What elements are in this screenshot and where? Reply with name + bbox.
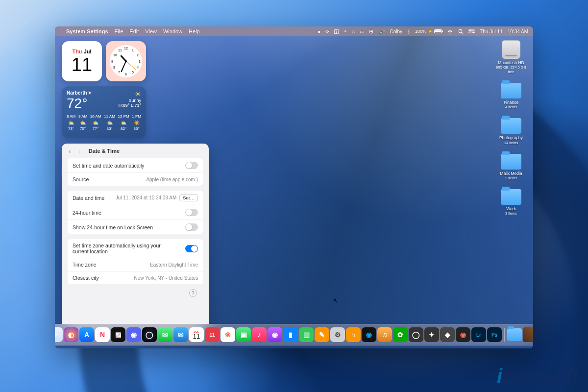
dock-app-unknown-plant[interactable]: ✿ — [393, 327, 408, 342]
dock-app-screenflow[interactable]: ◉ — [362, 327, 376, 342]
macos-desktop: System Settings File Edit View Window He… — [55, 26, 533, 348]
dock-app-lightroom[interactable]: Lr — [471, 327, 486, 342]
dock-app-photos[interactable]: ❀ — [220, 327, 235, 342]
dock-app-fantastical[interactable]: 11 — [205, 327, 220, 342]
desktop-icons-column: Macintosh HD 995 GB, 224.5 GB free Finan… — [494, 40, 528, 216]
menubar-date[interactable]: Thu Jul 11 — [480, 29, 503, 34]
toggle-set-auto[interactable] — [185, 162, 198, 169]
watermark-text: iBoysoft — [497, 365, 579, 387]
row-tz: Time zone Eastern Daylight Time — [68, 258, 203, 271]
dock-app-compressor[interactable]: ◆ — [440, 327, 455, 342]
dock-app-pages[interactable]: ✎ — [315, 327, 329, 342]
dock-app-numbers[interactable]: ▥ — [299, 327, 314, 342]
menubar: System Settings File Edit View Window He… — [55, 26, 533, 36]
row-tz-auto: Set time zone automatically using your c… — [68, 239, 203, 258]
dock: ☻✧◐AN📈◉◯✉✉JUL1111❀▣♪◉▮▥✎⚙∩◉♫✿◯✦◆◉LrPs — [55, 324, 533, 345]
cal-dow: Thu — [72, 49, 82, 54]
forecast-hour: 8 AM⛅73° — [67, 114, 75, 132]
dock-app-calendar[interactable]: JUL11 — [189, 327, 204, 342]
dock-recent-downloads[interactable] — [507, 328, 522, 341]
dock-app-steam[interactable]: ◯ — [142, 327, 157, 342]
dock-app-messages[interactable]: ✉ — [158, 327, 172, 342]
clock-widget[interactable]: 121234567891011 — [106, 41, 146, 81]
toggle-tz-auto[interactable] — [185, 245, 198, 252]
wifi-icon[interactable] — [447, 29, 453, 34]
dock-app-facetime[interactable]: ▣ — [236, 327, 251, 342]
calendar-widget[interactable]: Thu Jul 11 — [62, 41, 102, 81]
shield-icon[interactable]: ⛨ — [369, 29, 374, 34]
nav-forward-icon[interactable]: › — [76, 147, 82, 156]
cal-month: Jul — [84, 49, 92, 54]
weather-widget[interactable]: Narberth➤ 72° ☀ Sunny H:89° L:71° 8 AM⛅7… — [62, 86, 146, 138]
forecast-hour: 10 AM⛅77° — [90, 114, 101, 132]
help-button[interactable]: ? — [189, 289, 197, 297]
menu-window[interactable]: Window — [163, 28, 182, 34]
airdrop-icon[interactable]: ⌂ — [352, 29, 355, 34]
dock-app-news[interactable]: N — [95, 327, 110, 342]
dock-app-app-store[interactable]: A — [79, 327, 94, 342]
toggle-24h[interactable] — [185, 209, 198, 216]
dock-app-safari[interactable]: ✧ — [55, 327, 63, 342]
dock-app-audacity[interactable]: ∩ — [346, 327, 361, 342]
forecast-hour: 11 AM⛅80° — [104, 114, 115, 132]
menu-view[interactable]: View — [145, 28, 157, 34]
row-city: Closest city New York, NY - United State… — [68, 271, 203, 284]
desktop-folder[interactable]: Malix Media2 items — [494, 154, 528, 180]
cal-day: 11 — [72, 55, 92, 74]
set-datetime-button[interactable]: Set… — [179, 194, 198, 201]
dock-app-discord[interactable]: ◉ — [126, 327, 141, 342]
search-icon[interactable] — [458, 29, 464, 34]
dock-app-finalcut[interactable]: ✦ — [424, 327, 439, 342]
weather-forecast-row: 8 AM⛅73°9 AM⛅75°10 AM⛅77°11 AM⛅80°12 PM⛅… — [67, 114, 141, 132]
battery-indicator[interactable]: 100% ⚡ — [415, 29, 442, 34]
forecast-hour: 9 AM⛅75° — [78, 114, 87, 132]
dock-app-mail[interactable]: ✉ — [173, 327, 188, 342]
nav-back-icon[interactable]: ‹ — [67, 147, 73, 156]
row-set-auto: Set time and date automatically — [68, 158, 203, 173]
dock-app-keynote[interactable]: ▮ — [283, 327, 298, 342]
dock-app-podcasts[interactable]: ◉ — [268, 327, 282, 342]
dock-app-logic[interactable]: ◯ — [409, 327, 423, 342]
display-icon[interactable]: ▭ — [360, 29, 364, 34]
desktop-folder[interactable]: Work3 items — [494, 189, 528, 216]
forecast-hour: 1 PM☀️85° — [132, 114, 141, 132]
dock-app-system-settings[interactable]: ⚙ — [330, 327, 345, 342]
settings-titlebar[interactable]: ‹ › Date & Time — [62, 144, 209, 158]
system-settings-window: ‹ › Date & Time Set time and date automa… — [62, 144, 209, 333]
dock-app-photoshop[interactable]: Ps — [487, 327, 502, 342]
svg-point-5 — [472, 32, 474, 33]
key-icon[interactable]: ⚿ — [334, 29, 339, 34]
menubar-time[interactable]: 10:34 AM — [508, 29, 528, 34]
bluetooth-icon[interactable]: ᛒ — [407, 29, 410, 34]
row-24h: 24-hour time — [68, 205, 203, 220]
dock-app-firefox[interactable]: ◐ — [64, 327, 78, 342]
macintosh-hd-icon[interactable]: Macintosh HD 995 GB, 224.5 GB free — [494, 40, 528, 74]
menubar-app-name[interactable]: System Settings — [66, 28, 108, 34]
menu-help[interactable]: Help — [189, 28, 200, 34]
menu-edit[interactable]: Edit — [129, 28, 139, 34]
sidebar-collapsed-hint[interactable] — [55, 164, 62, 178]
control-center-icon[interactable] — [468, 29, 475, 34]
toggle-lock-24h[interactable] — [185, 223, 198, 231]
dock-app-davinci[interactable]: ◉ — [456, 327, 470, 342]
menubar-username[interactable]: Colby — [390, 29, 402, 34]
desktop-folder[interactable]: Photography14 items — [494, 118, 528, 145]
menu-file[interactable]: File — [115, 28, 123, 34]
dock-recent-recent-thumb[interactable] — [523, 327, 533, 342]
volume-icon[interactable]: 🔊 — [379, 29, 385, 34]
tool-icon[interactable]: ⌖ — [344, 28, 347, 34]
dock-app-stocks[interactable]: 📈 — [111, 327, 125, 342]
sync-icon[interactable]: ⟳ — [325, 29, 329, 34]
second-hand — [126, 61, 136, 70]
dock-separator — [504, 328, 505, 342]
svg-point-0 — [459, 29, 462, 32]
svg-point-3 — [469, 29, 471, 31]
settings-title: Date & Time — [89, 148, 120, 154]
record-icon[interactable]: ● — [318, 29, 320, 34]
mouse-cursor-icon: ↖ — [333, 297, 338, 304]
minute-hand — [121, 61, 126, 73]
dock-app-garageband[interactable]: ♫ — [377, 327, 392, 342]
dock-app-music[interactable]: ♪ — [252, 327, 267, 342]
row-source: Source Apple (time.apple.com.) — [68, 173, 203, 186]
desktop-folder[interactable]: Finance4 items — [494, 83, 528, 109]
